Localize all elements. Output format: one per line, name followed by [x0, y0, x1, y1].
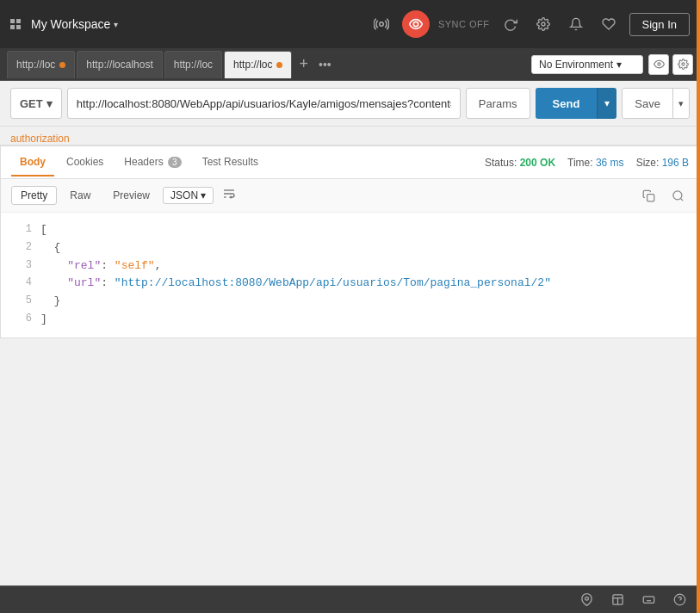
- raw-button[interactable]: Raw: [60, 186, 100, 205]
- preview-button[interactable]: Preview: [103, 186, 159, 205]
- env-caret: ▾: [616, 59, 622, 71]
- tab-4-label: http://loc: [233, 59, 272, 71]
- save-btn-group: Save ▾: [622, 88, 690, 119]
- save-dropdown-button[interactable]: ▾: [672, 89, 689, 118]
- size-label: Size: 196 B: [636, 157, 689, 169]
- tab-body-label: Body: [20, 156, 46, 168]
- copy-icon[interactable]: [637, 184, 660, 207]
- line-num-4: 4: [11, 275, 32, 293]
- json-response: 1 [ 2 { 3 "rel": "self", 4 "url": "http:…: [1, 213, 699, 337]
- tab-test-results-label: Test Results: [202, 156, 258, 168]
- tab-4[interactable]: http://loc: [224, 51, 292, 78]
- json-line-4: 4 "url": "http://localhost:8080/WebApp/a…: [11, 275, 689, 293]
- json-line-3: 3 "rel": "self",: [11, 257, 689, 276]
- request-bar: GET ▾ Params Send ▾ Save ▾: [0, 81, 700, 127]
- send-btn-group: Send ▾: [536, 88, 617, 119]
- env-icons: [648, 54, 693, 75]
- json-line-2: 2 {: [11, 239, 689, 257]
- tab-3-label: http://loc: [174, 59, 213, 71]
- tab-1-dot: [59, 62, 65, 68]
- tab-add-button[interactable]: +: [294, 55, 313, 73]
- headers-badge: 3: [168, 157, 182, 168]
- line-num-5: 5: [11, 293, 32, 311]
- tab-headers[interactable]: Headers 3: [115, 149, 189, 176]
- gear-env-icon[interactable]: [672, 54, 693, 75]
- line-num-2: 2: [11, 239, 32, 257]
- settings-icon[interactable]: [531, 12, 555, 36]
- heart-icon[interactable]: [597, 12, 621, 36]
- svg-rect-14: [643, 597, 654, 604]
- response-status: Status: 200 OK Time: 36 ms Size: 196 B: [485, 157, 689, 169]
- method-selector[interactable]: GET ▾: [10, 88, 62, 119]
- topbar: My Workspace ▾ SYNC OFF: [0, 0, 700, 48]
- layout-icon[interactable]: [607, 590, 628, 610]
- tab-4-dot: [276, 62, 282, 68]
- format-label: JSON: [170, 189, 198, 201]
- save-button[interactable]: Save: [623, 89, 672, 118]
- response-panel: Body Cookies Headers 3 Test Results Stat…: [0, 146, 700, 338]
- send-dropdown-button[interactable]: ▾: [597, 88, 616, 119]
- svg-point-0: [380, 22, 384, 27]
- url-input[interactable]: [67, 88, 461, 119]
- line-num-6: 6: [11, 311, 32, 329]
- format-caret: ▾: [201, 189, 206, 201]
- status-label: Status: 200 OK: [485, 157, 555, 169]
- tab-2[interactable]: http://localhost: [77, 51, 162, 78]
- env-label: No Environment: [539, 59, 613, 71]
- auth-row: authorization: [0, 127, 700, 146]
- keyboard-icon[interactable]: [638, 590, 659, 610]
- json-line-5: 5 }: [11, 293, 689, 311]
- response-tabs-bar: Body Cookies Headers 3 Test Results Stat…: [1, 146, 699, 179]
- workspace-caret: ▾: [114, 20, 118, 29]
- json-line-1: 1 [: [11, 221, 689, 239]
- pretty-button[interactable]: Pretty: [11, 186, 57, 205]
- format-selector[interactable]: JSON ▾: [163, 187, 214, 204]
- env-selector[interactable]: No Environment ▾: [531, 55, 643, 74]
- workspace-selector[interactable]: My Workspace ▾: [31, 17, 118, 31]
- json-open-bracket: [: [40, 221, 47, 239]
- size-value: 196 B: [662, 157, 689, 169]
- tabs-bar: http://loc http://localhost http://loc h…: [0, 48, 700, 81]
- method-label: GET: [20, 97, 43, 110]
- send-button[interactable]: Send: [536, 88, 598, 119]
- tab-2-label: http://localhost: [86, 59, 152, 71]
- params-button[interactable]: Params: [466, 88, 530, 119]
- signin-button[interactable]: Sign In: [629, 13, 690, 36]
- bottom-bar: [0, 585, 700, 613]
- body-toolbar: Pretty Raw Preview JSON ▾: [1, 179, 699, 213]
- method-caret: ▾: [46, 97, 53, 110]
- tab-headers-label: Headers: [124, 156, 163, 168]
- status-value: 200 OK: [520, 157, 555, 169]
- authorization-link[interactable]: authorization: [10, 133, 70, 145]
- satellite-icon[interactable]: [369, 12, 393, 36]
- line-num-3: 3: [11, 257, 32, 276]
- interceptor-icon[interactable]: [402, 10, 430, 38]
- sync-off-label: SYNC OFF: [438, 19, 490, 29]
- search-icon[interactable]: [666, 184, 689, 207]
- svg-point-10: [585, 597, 588, 600]
- tab-1[interactable]: http://loc: [7, 51, 75, 78]
- location-icon[interactable]: [576, 590, 597, 610]
- tab-cookies[interactable]: Cookies: [58, 149, 112, 176]
- tab-body[interactable]: Body: [11, 149, 54, 176]
- time-value: 36 ms: [596, 157, 624, 169]
- svg-point-8: [672, 190, 681, 199]
- eye-env-icon[interactable]: [648, 54, 669, 75]
- refresh-icon[interactable]: [499, 12, 523, 36]
- tab-test-results[interactable]: Test Results: [194, 149, 267, 176]
- json-line-6: 6 ]: [11, 311, 689, 329]
- svg-line-9: [680, 198, 683, 201]
- tab-more-button[interactable]: •••: [313, 58, 337, 71]
- workspace-label: My Workspace: [31, 17, 110, 31]
- bell-icon[interactable]: [564, 12, 588, 36]
- topbar-icons: SYNC OFF Sign In: [369, 10, 690, 38]
- help-icon[interactable]: [669, 590, 690, 610]
- app-logo: [10, 19, 21, 29]
- wrap-button[interactable]: [217, 187, 241, 204]
- tab-cookies-label: Cookies: [66, 156, 103, 168]
- tab-3[interactable]: http://loc: [164, 51, 222, 78]
- svg-point-1: [413, 22, 418, 26]
- time-label: Time: 36 ms: [567, 157, 624, 169]
- svg-point-2: [542, 22, 545, 26]
- env-area: No Environment ▾: [531, 54, 693, 75]
